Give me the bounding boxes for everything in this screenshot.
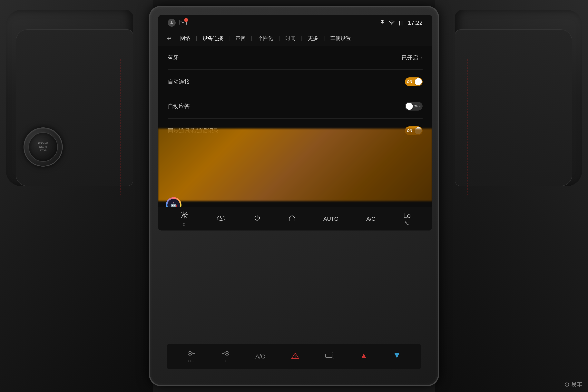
nav-separator-4: | xyxy=(278,35,280,41)
engine-label-1: ENGINE xyxy=(38,142,48,145)
fan-decrease-label: OFF xyxy=(188,360,195,363)
nav-back-button[interactable]: ↩ xyxy=(164,34,175,43)
nav-item-personalize[interactable]: 个性化 xyxy=(254,33,276,43)
temp-up-icon xyxy=(360,352,367,361)
nav-bar: ↩ 网络 | 设备连接 | 声音 | 个性化 | 时间 | 更多 | 车辆设置 xyxy=(158,30,432,46)
hazard-button[interactable] xyxy=(287,350,303,363)
auto-connect-toggle-label: ON xyxy=(407,80,412,84)
svg-point-3 xyxy=(183,214,185,216)
svg-point-13 xyxy=(295,357,296,358)
start-button-outer: ENGINE START STOP xyxy=(24,128,63,166)
nav-item-vehicle-settings[interactable]: 车辆设置 xyxy=(327,33,354,43)
fan-decrease-icon xyxy=(188,350,196,358)
watermark-logo: ⊙ xyxy=(564,381,570,388)
right-seat-cushion xyxy=(455,30,572,186)
screen-bezel: 1 xyxy=(149,6,439,386)
ac-mode-icon xyxy=(216,214,226,223)
auto-connect-knob xyxy=(415,78,422,85)
temp-lo: Lo xyxy=(403,212,410,220)
hazard-icon xyxy=(291,352,299,361)
fan-increase-button[interactable]: + xyxy=(218,348,233,365)
auto-connect-label: 自动连接 xyxy=(168,78,190,86)
nav-separator-2: | xyxy=(228,35,230,41)
fan-decrease-button[interactable]: OFF xyxy=(184,348,199,365)
nav-separator-5: | xyxy=(301,35,302,41)
nav-item-more[interactable]: 更多 xyxy=(304,33,322,43)
ac-physical-icon: A/C xyxy=(256,353,265,360)
temp-unit: °C xyxy=(404,221,410,226)
fan-increase-label: + xyxy=(224,360,226,363)
home-symbol xyxy=(288,214,296,223)
blurred-content-area xyxy=(158,128,432,201)
bluetooth-chevron: › xyxy=(421,55,422,60)
auto-connect-toggle[interactable]: ON xyxy=(405,78,422,86)
watermark: ⊙ 易车 xyxy=(564,381,582,388)
signal-icon: ||| xyxy=(399,20,404,26)
nav-item-time[interactable]: 时间 xyxy=(282,33,299,43)
left-seat: ENGINE START STOP xyxy=(0,0,153,392)
status-bar: 1 xyxy=(158,15,432,30)
auto-connect-row[interactable]: 自动连接 ON xyxy=(168,70,422,94)
bluetooth-icon xyxy=(380,19,385,26)
auto-answer-row[interactable]: 自动应答 OFF xyxy=(168,94,422,118)
power-icon[interactable] xyxy=(254,214,261,223)
rear-defrost-button[interactable] xyxy=(321,350,338,362)
rear-defrost-icon xyxy=(325,352,334,361)
ac-mode-symbol xyxy=(216,214,226,223)
temp-down-button[interactable] xyxy=(390,350,404,363)
nav-item-device-connect[interactable]: 设备连接 xyxy=(199,33,226,43)
temp-display: Lo °C xyxy=(403,212,410,226)
red-stitch-left xyxy=(120,59,121,196)
red-stitch-right xyxy=(467,59,468,196)
user-icon[interactable] xyxy=(168,19,176,27)
auto-answer-label: 自动应答 xyxy=(168,102,190,110)
right-seat xyxy=(435,0,588,392)
center-screen-container: 1 xyxy=(149,6,439,386)
engine-label-3: STOP xyxy=(40,149,46,152)
nav-separator-1: | xyxy=(196,35,197,41)
nav-item-network[interactable]: 网络 xyxy=(176,33,194,43)
temp-down-icon xyxy=(393,352,400,361)
screen-bottom-bar: 0 xyxy=(158,207,432,230)
auto-label[interactable]: AUTO xyxy=(324,216,338,222)
fan-increase-icon xyxy=(222,350,229,358)
nav-separator-6: | xyxy=(324,35,325,41)
home-icon[interactable] xyxy=(288,214,296,223)
svg-marker-17 xyxy=(362,354,366,358)
auto-answer-toggle-label: OFF xyxy=(414,104,420,108)
settings-content: 蓝牙 已开启 › 自动连接 ON xyxy=(158,46,432,230)
mail-icon-wrap[interactable]: 1 xyxy=(180,20,186,26)
main-screen: 1 xyxy=(158,15,432,230)
sync-contacts-toggle-label: ON xyxy=(407,129,412,133)
fan-speed-display: 0 xyxy=(180,210,188,227)
mail-badge: 1 xyxy=(184,18,188,22)
status-time: 17:22 xyxy=(408,20,422,26)
right-seat-texture xyxy=(455,10,582,186)
physical-buttons-row: OFF + A/C xyxy=(166,344,422,369)
power-symbol xyxy=(254,214,261,223)
bluetooth-value: 已开启 › xyxy=(402,54,422,62)
start-button-inner: ENGINE START STOP xyxy=(28,132,58,162)
ac-text: A/C xyxy=(366,216,376,222)
fan-speed-number: 0 xyxy=(183,222,185,227)
fan-speed-value xyxy=(180,210,188,221)
start-button-area[interactable]: ENGINE START STOP xyxy=(24,128,63,166)
temp-up-button[interactable] xyxy=(356,350,371,363)
car-interior: ENGINE START STOP xyxy=(0,0,588,392)
ac-physical-button[interactable]: A/C xyxy=(252,351,269,362)
status-bar-left: 1 xyxy=(168,19,186,27)
status-bar-right: ||| 17:22 xyxy=(380,19,422,26)
engine-label-2: START xyxy=(39,145,47,149)
auto-text: AUTO xyxy=(324,216,338,222)
ac-label-display[interactable]: A/C xyxy=(366,216,376,222)
bluetooth-row[interactable]: 蓝牙 已开启 › xyxy=(168,46,422,70)
nav-separator-3: | xyxy=(251,35,252,41)
svg-marker-18 xyxy=(394,354,399,358)
svg-rect-14 xyxy=(326,354,332,358)
watermark-brand: 易车 xyxy=(571,381,582,388)
auto-answer-knob xyxy=(406,103,413,110)
bluetooth-status: 已开启 xyxy=(402,54,418,62)
auto-answer-toggle[interactable]: OFF xyxy=(405,102,422,110)
nav-item-sound[interactable]: 声音 xyxy=(232,33,249,43)
svg-point-0 xyxy=(171,21,172,23)
